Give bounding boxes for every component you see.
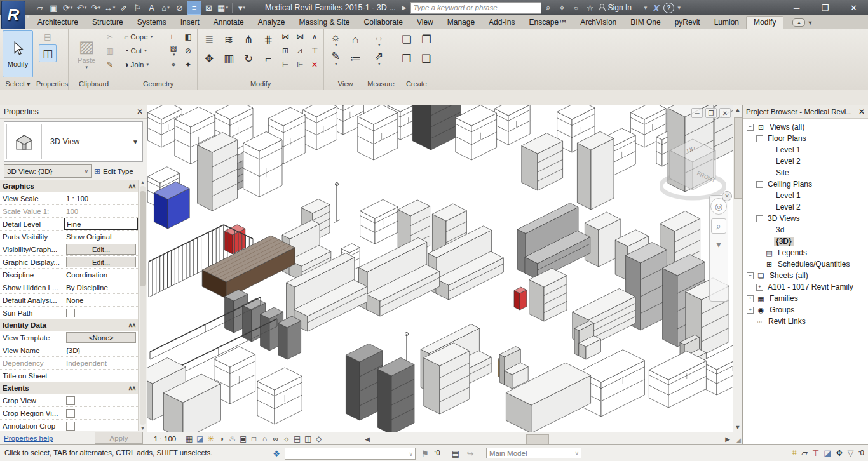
trim-extend-corner-button[interactable]: ⌐ [259,50,277,67]
temporary-hide-isolate-icon[interactable]: ∞ [270,434,281,444]
synchronize-icon[interactable]: ⟳▾ [61,1,74,14]
customize-qat-arrow-icon[interactable]: ▾ [243,5,246,10]
scroll-right-icon[interactable]: ▶ [722,436,733,443]
resize-grip[interactable]: ◢ [733,432,742,444]
scroll-down-icon[interactable]: ▼ [140,425,146,431]
select-links-icon[interactable]: ⌗ [792,448,797,458]
rotate-button[interactable]: ↻ [240,50,257,67]
panel-label-select[interactable]: Select ▾ [0,79,36,90]
demolish-button[interactable]: ✦ [182,58,194,71]
property-value[interactable]: Show Original [64,230,138,243]
navigation-bar[interactable]: ✕ ◎ ⌕ ▾ [709,195,728,302]
wall-joins-button[interactable]: ∟ [167,30,180,43]
subscription-key-icon[interactable]: ✧ [555,1,569,14]
tree-item-site[interactable]: Site [743,167,868,178]
worksets-dropdown[interactable]: ∨ [285,448,416,460]
tree-item-schedules-quantities[interactable]: ⊞Schedules/Quantities [743,258,868,270]
section-identity-data[interactable]: Identity Data∧∧ [0,319,138,331]
thin-lines-icon[interactable]: ≡ [187,1,201,15]
v-scroll-thumb[interactable] [734,117,742,199]
switch-windows-icon[interactable]: ▦▾ [216,1,229,14]
collapse-section-icon[interactable]: ∧∧ [128,385,135,391]
expander-icon[interactable]: − [756,135,763,142]
drag-on-selection-icon[interactable]: ✥ [836,448,843,458]
unlocked-3d-view-icon[interactable]: ⌂ [259,434,270,444]
checkbox[interactable] [66,409,75,418]
section-icon[interactable]: ⊘ [173,1,186,14]
tree-item-revit-links[interactable]: ∞Revit Links [743,316,868,327]
visual-style-icon[interactable]: ◪ [194,434,205,444]
close-browser-icon[interactable]: ✕ [858,107,865,116]
project-browser-header[interactable]: Project Browser - Medical Revi... ✕ [743,105,868,119]
scroll-down-icon[interactable]: ▼ [733,422,742,432]
help-arrow-icon[interactable]: ▼ [677,5,682,11]
copy-to-clipboard-button[interactable]: ▥ [104,44,116,57]
scale-button[interactable]: ⊿ [294,44,306,57]
detail-level-icon[interactable]: ▦ [184,434,194,444]
tab-add-ins[interactable]: Add-Ins [482,17,522,29]
move-button[interactable]: ✥ [200,50,218,67]
displace-elements-button[interactable]: ⌂ [346,30,364,48]
tab-archvision[interactable]: ArchVision [573,17,623,29]
tree-item-level-2[interactable]: Level 2 [743,201,868,213]
vertical-scrollbar[interactable]: ▲ ▼ [733,105,742,432]
editing-requests-icon[interactable]: ⚑ [419,448,431,459]
show-crop-region-icon[interactable]: □ [248,434,259,444]
expander-icon[interactable]: − [756,181,763,188]
aligned-dimension-tool-button[interactable]: ↔▾ [370,30,388,48]
reveal-hidden-toggle-arrow-icon[interactable]: ▾ [335,43,337,48]
expander-icon[interactable]: − [747,124,754,131]
select-underlay-icon[interactable]: ▱ [801,448,808,458]
tab-lumion[interactable]: Lumion [707,17,746,29]
active-design-options-icon[interactable]: ▤ [450,448,461,459]
trim-extend-single-button[interactable]: ⊢ [279,58,292,71]
title-expand-arrow-icon[interactable]: ▶ [402,4,407,11]
close-view-icon[interactable]: ✕ [719,108,731,118]
tree-item-level-1[interactable]: Level 1 [743,144,868,156]
tree-item-groups[interactable]: +◉Groups [743,304,868,316]
property-value[interactable]: Fine [64,218,138,230]
copy-modify-button[interactable]: ▥ [220,50,238,67]
close-button[interactable]: ✕ [839,0,868,15]
tab-insert[interactable]: Insert [173,17,207,29]
search-submit-icon[interactable]: ⌕ [541,1,555,14]
redo-icon[interactable]: ↷▾ [89,1,102,14]
3d-view-canvas[interactable] [147,105,733,432]
tab-structure[interactable]: Structure [85,17,130,29]
type-selector-arrow-icon[interactable]: ▼ [132,138,139,145]
create-assembly-button[interactable]: ❒ [398,50,416,67]
expander-icon[interactable]: + [747,295,754,302]
close-hidden-windows-icon[interactable]: ⊠ [202,1,215,14]
apply-button[interactable]: Apply [95,432,143,444]
mirror-pick-axis-button[interactable]: ⋈ [279,30,292,43]
align-button[interactable]: ≣ [200,30,218,48]
mirror-draw-axis-button[interactable]: ⋈ [294,30,306,43]
property-value[interactable]: None [64,294,138,306]
cut-button[interactable]: ✂ [104,30,116,43]
exclude-options-icon[interactable]: ↪ [465,448,476,459]
sun-path-icon[interactable]: ☀ [205,434,216,444]
view-scale-button[interactable]: 1 : 100 [154,435,176,443]
properties-palette-button[interactable]: ◫ [39,44,57,62]
tab-bim-one[interactable]: BIM One [623,17,667,29]
property-value[interactable]: By Discipline [64,281,138,293]
close-properties-icon[interactable]: ✕ [137,107,143,116]
select-pinned-icon[interactable]: ⊤ [812,448,819,458]
tab-pyrevit[interactable]: pyRevit [668,17,707,29]
trim-extend-multiple-button[interactable]: ⊩ [294,58,306,71]
offset-button[interactable]: ≋ [220,30,238,48]
paste-arrow-icon[interactable]: ▾ [85,65,88,70]
tab-enscape-[interactable]: Enscape™ [522,17,573,29]
tab-view[interactable]: View [410,17,440,29]
expander-icon[interactable]: − [756,215,763,222]
aligned-dimension-tool-arrow-icon[interactable]: ▾ [378,43,381,48]
join-geometry-button[interactable]: ◑Join▾ [122,58,165,71]
close-navbar-icon[interactable]: ✕ [722,191,732,201]
aligned-dimension-icon[interactable]: ↔▾ [103,1,116,14]
reveal-hidden-toggle-button[interactable]: ☼▾ [327,30,344,48]
pick-new-host-button[interactable]: ⌖ [167,58,180,71]
favorites-star-icon[interactable]: ☆ [583,1,597,14]
redo-arrow-icon[interactable]: ▾ [98,5,101,10]
aligned-dimension-arrow-icon[interactable]: ▾ [113,5,116,10]
tag-by-category-icon[interactable]: ⚐ [131,1,144,14]
